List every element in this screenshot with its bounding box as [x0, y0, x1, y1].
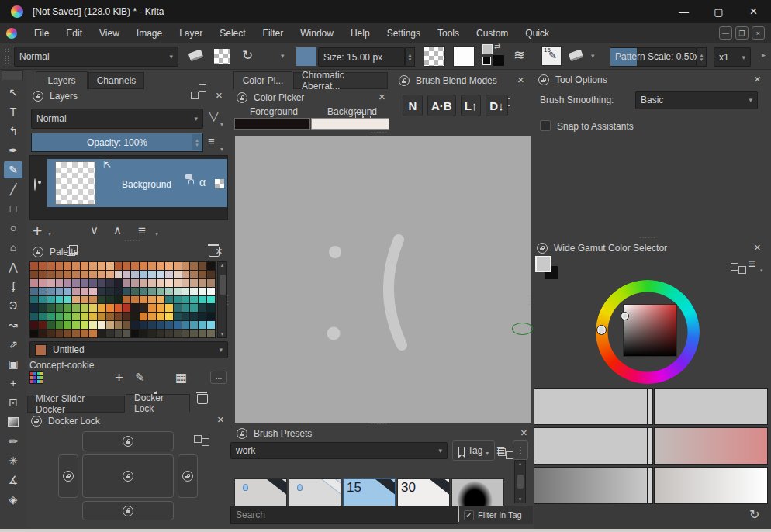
pattern-scale-slider[interactable]: Pattern Scale: 0.50x [610, 47, 697, 67]
lock-top-button[interactable] [82, 431, 174, 451]
palette-swatch[interactable] [199, 313, 206, 320]
brush-presets-lock-icon[interactable] [237, 428, 247, 439]
menu-help[interactable]: Help [343, 25, 378, 42]
palette-swatch[interactable] [56, 296, 64, 304]
palette-swatch[interactable] [148, 313, 156, 320]
palette-swatch[interactable] [89, 313, 97, 320]
palette-swatch[interactable] [182, 288, 190, 295]
palette-swatch[interactable] [64, 262, 71, 270]
menu-window[interactable]: Window [292, 25, 341, 42]
palette-swatch[interactable] [182, 313, 190, 320]
layer-properties-button[interactable]: ≡ [138, 223, 146, 239]
palette-swatch[interactable] [30, 321, 38, 329]
palette-swatch[interactable] [148, 304, 156, 312]
palette-swatch[interactable] [182, 271, 190, 278]
palette-swatch[interactable] [64, 296, 71, 304]
minimize-button[interactable]: — [666, 0, 701, 23]
palette-swatch[interactable] [64, 313, 71, 320]
mdi-minimize-button[interactable]: — [719, 26, 732, 40]
shade-handle[interactable] [648, 388, 653, 425]
palette-swatch[interactable] [81, 296, 88, 304]
palette-swatch[interactable] [123, 313, 130, 320]
palette-swatch[interactable] [39, 296, 47, 304]
palette-swatch[interactable] [165, 330, 173, 337]
palette-swatch[interactable] [89, 288, 97, 295]
sv-indicator[interactable] [621, 312, 629, 320]
palette-swatch[interactable] [30, 288, 38, 295]
palette-swatch[interactable] [56, 313, 64, 320]
palette-swatch[interactable] [106, 296, 114, 304]
palette-swatch[interactable] [72, 296, 80, 304]
palette-lock-icon[interactable] [33, 247, 43, 257]
crop-tool[interactable]: ⊡ [4, 394, 22, 411]
fill-tool[interactable]: ◈ [4, 491, 22, 508]
palette-more-button[interactable]: ... [210, 371, 227, 384]
palette-swatch[interactable] [131, 288, 139, 295]
menu-filter[interactable]: Filter [255, 25, 292, 42]
palette-swatch[interactable] [207, 288, 215, 295]
palette-swatch[interactable] [140, 313, 147, 320]
color-sampler-tool[interactable]: ✏ [4, 433, 22, 450]
palette-swatch[interactable] [81, 262, 88, 270]
palette-swatch[interactable] [72, 262, 80, 270]
brush-tag-dropdown[interactable]: work ▾ [230, 442, 448, 459]
mdi-close-button[interactable]: × [752, 26, 765, 40]
preserve-alpha-icon[interactable] [214, 49, 230, 64]
menu-quick[interactable]: Quick [517, 25, 557, 42]
palette-swatch[interactable] [182, 262, 190, 270]
blend-modes-close-icon[interactable]: × [517, 75, 524, 85]
layer-properties-caret-icon[interactable]: ▾ [155, 230, 158, 237]
foreground-color-swatch[interactable] [482, 44, 493, 54]
palette-swatch[interactable] [30, 296, 38, 304]
blend-button-ab[interactable]: A·B [427, 95, 456, 116]
shade-handle[interactable] [648, 467, 653, 504]
color-picker-lock-icon[interactable] [237, 92, 247, 103]
palette-swatch[interactable] [157, 288, 164, 295]
palette-grid-button[interactable]: ▦ [175, 370, 187, 385]
maximize-button[interactable]: ▢ [701, 0, 736, 23]
palette-swatch[interactable] [207, 313, 215, 320]
palette-swatch[interactable] [207, 262, 215, 270]
palette-swatch[interactable] [131, 279, 139, 287]
transform-tool[interactable]: ▣ [4, 355, 22, 372]
palette-swatch[interactable] [199, 279, 206, 287]
palette-swatch[interactable] [199, 262, 206, 270]
rectangle-tool[interactable]: □ [4, 200, 22, 217]
palette-swatch[interactable] [30, 304, 38, 312]
palette-swatch[interactable] [165, 321, 173, 329]
layer-blend-mode-dropdown[interactable]: Normal ▾ [31, 109, 203, 129]
palette-swatch[interactable] [72, 288, 80, 295]
filter-in-tag-checkbox[interactable]: ✓ [464, 510, 474, 520]
mirror-dropdown[interactable]: x1 ▾ [714, 47, 751, 67]
brush-presets-close-icon[interactable]: × [520, 428, 527, 437]
dynamic-brush-tool[interactable]: ↝ [4, 316, 22, 333]
pattern-swatch[interactable] [424, 46, 445, 67]
palette-swatch[interactable] [81, 330, 88, 337]
shade-handle[interactable] [648, 427, 653, 465]
palette-swatch[interactable] [47, 330, 55, 337]
palette-close-icon[interactable]: × [216, 247, 223, 256]
tab-docker-lock[interactable]: Docker Lock [126, 394, 190, 412]
tab-layers[interactable]: Layers [36, 71, 88, 89]
move-tool[interactable]: + [4, 375, 22, 392]
palette-swatch[interactable] [174, 288, 182, 295]
palette-swatch[interactable] [72, 330, 80, 337]
palette-swatch[interactable] [115, 304, 123, 312]
palette-selected-dropdown[interactable]: Untitled ▾ [29, 341, 228, 358]
foreground-swatch[interactable] [234, 118, 310, 130]
palette-swatch[interactable] [106, 271, 114, 278]
palette-swatch[interactable] [207, 296, 215, 304]
palette-swatch[interactable] [98, 279, 105, 287]
eraser-caret-icon[interactable]: ▾ [591, 52, 595, 60]
add-layer-button[interactable]: + [33, 222, 42, 240]
palette-swatch[interactable] [182, 321, 190, 329]
palette-swatch[interactable] [148, 321, 156, 329]
opacity-spinner[interactable]: ▴▾ [192, 134, 202, 150]
palette-swatch[interactable] [115, 288, 123, 295]
palette-swatch[interactable] [89, 296, 97, 304]
palette-swatch[interactable] [98, 288, 105, 295]
gradient-tool[interactable] [4, 413, 22, 430]
wide-gamut-close-icon[interactable]: × [754, 243, 761, 252]
palette-swatch[interactable] [157, 296, 164, 304]
palette-add-button[interactable]: + [115, 369, 123, 386]
